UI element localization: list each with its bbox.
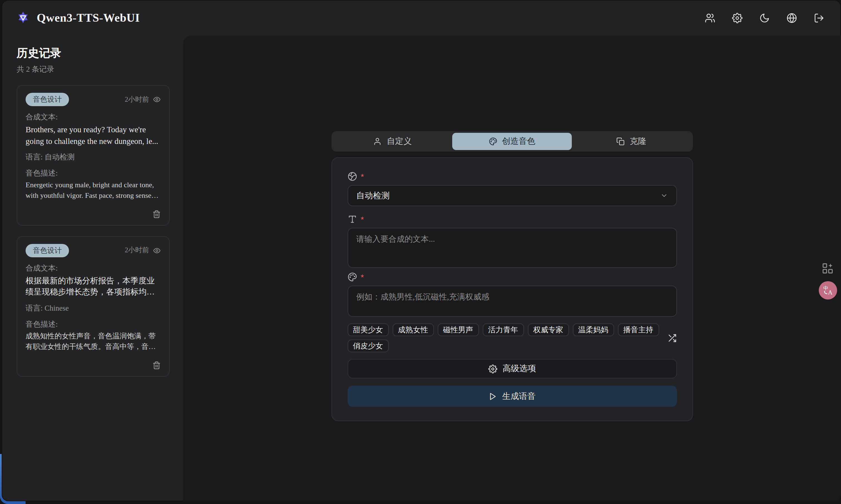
main-panel: 自定义 创造音色: [183, 36, 841, 501]
language-select[interactable]: 自动检测: [347, 185, 676, 206]
app-window: Qwen3-TTS-WebUI: [2, 0, 841, 501]
trash-icon[interactable]: [152, 210, 161, 218]
shuffle-icon[interactable]: [667, 333, 676, 343]
tag-chip[interactable]: 甜美少女: [347, 323, 389, 336]
advanced-options-button[interactable]: 高级选项: [347, 359, 676, 378]
translate-icon: 中 A: [822, 285, 834, 296]
required-asterisk: *: [361, 172, 364, 181]
voice-description-input[interactable]: [347, 286, 676, 317]
status-badge: 音色设计: [25, 244, 69, 257]
trash-icon[interactable]: [152, 361, 161, 369]
text-label: 合成文本:: [25, 112, 161, 122]
tag-chip[interactable]: 活力青年: [482, 323, 524, 336]
language-line: 语言: 自动检测: [25, 152, 161, 162]
settings-icon[interactable]: [732, 13, 742, 23]
globe-icon[interactable]: [787, 13, 797, 23]
tab-create-voice[interactable]: 创造音色: [452, 133, 571, 150]
tab-label: 克隆: [630, 136, 646, 147]
language-select-value: 自动检测: [356, 190, 390, 201]
tab-custom[interactable]: 自定义: [333, 133, 452, 150]
voice-desc-field-label: *: [347, 272, 676, 282]
desc-label: 音色描述:: [25, 320, 161, 329]
tag-chip[interactable]: 俏皮少女: [347, 340, 389, 352]
svg-text:A: A: [828, 289, 833, 296]
timestamp: 2小时前: [125, 95, 149, 104]
history-sidebar: 历史记录 共 2 条记录 音色设计 2小时前 合成文本: Bro: [2, 36, 183, 501]
eye-icon[interactable]: [153, 95, 161, 103]
sidebar-title: 历史记录: [17, 46, 170, 60]
translate-widget[interactable]: 中 A: [819, 281, 837, 300]
tag-chip[interactable]: 温柔妈妈: [573, 323, 614, 336]
svg-text:中: 中: [823, 285, 828, 291]
chevron-down-icon: [660, 192, 668, 199]
app-title: Qwen3-TTS-WebUI: [37, 11, 140, 25]
header-actions: [705, 13, 824, 23]
history-card[interactable]: 音色设计 2小时前 合成文本: 根据最新的市场分析报告，本季度业绩呈现稳步增长态…: [17, 236, 170, 377]
voice-description: 成熟知性的女性声音，音色温润饱满，带有职业女性的干练气质。音高中等，音域稳定。语…: [25, 331, 161, 352]
moon-icon[interactable]: [759, 13, 770, 23]
tag-chip[interactable]: 播音主持: [618, 323, 659, 336]
copy-icon: [616, 137, 625, 146]
advanced-options-label: 高级选项: [502, 363, 536, 374]
play-icon: [488, 392, 497, 400]
palette-icon: [347, 272, 357, 282]
required-asterisk: *: [361, 272, 364, 282]
desc-label: 音色描述:: [25, 168, 161, 178]
desktop: Qwen3-TTS-WebUI: [0, 0, 841, 504]
language-field-label: *: [347, 171, 676, 181]
tab-clone[interactable]: 克隆: [572, 133, 691, 150]
logout-icon[interactable]: [814, 13, 824, 23]
voice-preset-tags: 甜美少女 成熟女性 磁性男声 活力青年 权威专家 温柔妈妈 播音主持 俏皮少女: [347, 323, 667, 352]
tab-label: 自定义: [387, 136, 412, 147]
content-area: 历史记录 共 2 条记录 音色设计 2小时前 合成文本: Bro: [2, 36, 841, 501]
eye-icon[interactable]: [153, 247, 161, 254]
text-label: 合成文本:: [25, 264, 161, 273]
app-header: Qwen3-TTS-WebUI: [2, 0, 841, 36]
create-voice-form: * 自动检测 *: [331, 157, 693, 421]
app-logo-icon: [16, 11, 30, 25]
voice-preset-tags-row: 甜美少女 成熟女性 磁性男声 活力青年 权威专家 温柔妈妈 播音主持 俏皮少女: [347, 323, 676, 352]
tab-label: 创造音色: [502, 136, 535, 147]
synthesis-text: Brothers, are you ready? Today we're goi…: [25, 124, 161, 147]
generate-speech-label: 生成语音: [502, 391, 536, 401]
status-badge: 音色设计: [25, 93, 69, 106]
synthesis-text: 根据最新的市场分析报告，本季度业绩呈现稳步增长态势，各项指标均达到预期...: [25, 275, 161, 298]
generate-speech-button[interactable]: 生成语音: [347, 385, 676, 407]
language-line: 语言: Chinese: [25, 303, 161, 313]
type-icon: [347, 214, 357, 224]
record-count: 共 2 条记录: [17, 65, 170, 74]
palette-icon: [488, 137, 497, 146]
tag-chip[interactable]: 权威专家: [528, 323, 569, 336]
user-icon: [374, 137, 382, 146]
timestamp: 2小时前: [125, 246, 149, 255]
languages-globe-icon: [347, 172, 357, 181]
text-field-label: *: [347, 214, 676, 224]
tag-chip[interactable]: 成熟女性: [392, 323, 433, 336]
users-icon[interactable]: [705, 13, 715, 23]
mode-tabbar: 自定义 创造音色: [331, 131, 693, 152]
gear-icon: [488, 364, 497, 373]
extensions-sparkle-icon[interactable]: [822, 262, 834, 274]
voice-description: Energetic young male, bright and clear t…: [25, 180, 161, 201]
tag-chip[interactable]: 磁性男声: [437, 323, 479, 336]
synthesis-text-input[interactable]: [347, 228, 676, 268]
history-card[interactable]: 音色设计 2小时前 合成文本: Brothers, are you ready?…: [17, 85, 170, 226]
required-asterisk: *: [361, 214, 364, 224]
